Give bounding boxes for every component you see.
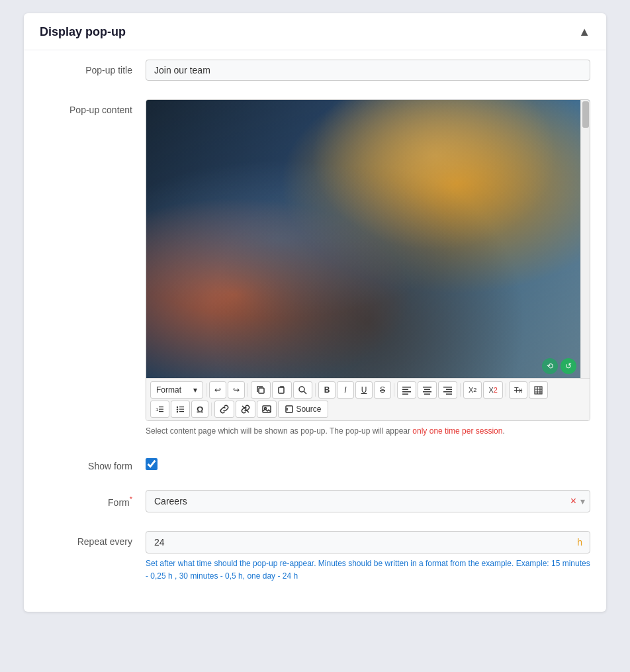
toolbar-row-2: 1. [150, 401, 586, 418]
select-clear-icon[interactable]: × [570, 496, 576, 506]
svg-rect-29 [179, 408, 184, 409]
svg-point-2 [299, 387, 304, 392]
svg-point-25 [177, 406, 178, 407]
svg-rect-7 [402, 393, 408, 395]
resize-icon-2[interactable]: ↺ [561, 358, 576, 374]
toolbar-sep-3 [315, 383, 316, 397]
unlink-button[interactable] [236, 401, 255, 418]
toolbar-sep-4 [394, 383, 394, 397]
hint-highlight: only one time per session [412, 426, 502, 436]
source-button[interactable]: Source [278, 401, 328, 418]
form-field-label: Form* [40, 490, 146, 508]
unordered-list-button[interactable] [171, 401, 190, 418]
popup-title-input-wrap [146, 60, 590, 81]
editor-scrollbar[interactable] [580, 100, 590, 378]
display-popup-card: Display pop-up ▲ Pop-up title Pop-up con… [24, 13, 606, 612]
strikethrough-button[interactable]: S [374, 381, 391, 399]
italic-button[interactable]: I [337, 381, 354, 399]
repeat-every-label: Repeat every [40, 531, 146, 547]
link-button[interactable] [214, 401, 234, 418]
svg-rect-16 [535, 387, 542, 394]
format-dropdown[interactable]: Format ▾ [150, 381, 203, 399]
svg-rect-13 [446, 389, 452, 390]
svg-rect-12 [443, 387, 452, 388]
underline-button[interactable]: U [355, 381, 373, 399]
svg-rect-10 [423, 391, 431, 393]
form-select[interactable]: Careers [146, 490, 590, 512]
align-center-button[interactable] [418, 381, 437, 399]
svg-rect-30 [179, 411, 184, 412]
toolbar-sep-7 [211, 403, 212, 416]
svg-rect-1 [279, 387, 284, 393]
toolbar-row-1: Format ▾ ↩ ↪ [150, 381, 586, 399]
popup-content-editor-wrap: ⟲ ↺ Format ▾ ↩ ↪ [146, 99, 590, 437]
svg-point-26 [177, 408, 178, 410]
svg-rect-28 [179, 407, 184, 407]
svg-rect-15 [446, 393, 452, 395]
editor-content[interactable]: ⟲ ↺ [146, 100, 590, 378]
repeat-suffix: h [577, 537, 582, 548]
subscript-button[interactable]: X2 [463, 381, 482, 399]
svg-rect-24 [159, 411, 163, 412]
select-arrow-icon[interactable]: ▾ [580, 496, 585, 506]
form-field-row: Form* Careers × ▾ [24, 481, 606, 522]
collapse-icon[interactable]: ▲ [578, 25, 590, 39]
redo-button[interactable]: ↪ [228, 381, 245, 399]
show-form-checkbox-wrap [146, 456, 590, 470]
editor-toolbar: Format ▾ ↩ ↪ [146, 378, 590, 420]
popup-content-label: Pop-up content [40, 99, 146, 115]
bold-button[interactable]: B [318, 381, 336, 399]
repeat-every-input[interactable] [146, 531, 590, 553]
svg-rect-14 [443, 391, 452, 393]
toolbar-sep-5 [460, 383, 461, 397]
copy-button[interactable] [251, 381, 271, 399]
show-form-label: Show form [40, 456, 146, 471]
align-right-button[interactable] [438, 381, 457, 399]
show-form-row: Show form [24, 446, 606, 481]
search-button[interactable] [293, 381, 312, 399]
image-button[interactable] [257, 401, 277, 418]
svg-rect-9 [424, 389, 430, 390]
form-field-select-wrap: Careers × ▾ [146, 490, 590, 512]
select-icons: × ▾ [570, 496, 585, 506]
svg-rect-23 [159, 408, 163, 409]
repeat-every-input-wrap: h Set after what time should the pop-up … [146, 531, 590, 583]
popup-hint: Select content page which will be shown … [146, 425, 590, 437]
rich-text-editor: ⟲ ↺ Format ▾ ↩ ↪ [146, 99, 590, 421]
svg-rect-0 [259, 388, 264, 393]
svg-rect-8 [423, 387, 431, 388]
svg-rect-11 [424, 393, 430, 395]
repeat-hint: Set after what time should the pop-up re… [146, 557, 590, 583]
toolbar-sep-2 [248, 383, 248, 397]
superscript-button[interactable]: X2 [483, 381, 502, 399]
align-left-button[interactable] [397, 381, 416, 399]
repeat-container: h [146, 531, 590, 553]
svg-rect-4 [402, 387, 411, 388]
svg-rect-6 [402, 391, 411, 393]
editor-resize-icons: ⟲ ↺ [542, 358, 576, 374]
card-header: Display pop-up ▲ [24, 13, 606, 50]
svg-line-3 [304, 391, 306, 394]
special-char-button[interactable]: Ω [191, 401, 208, 418]
table-button[interactable] [529, 381, 548, 399]
toolbar-sep-1 [206, 383, 206, 397]
paste-button[interactable] [272, 381, 292, 399]
scrollbar-thumb [582, 101, 589, 128]
undo-button[interactable]: ↩ [209, 381, 226, 399]
editor-image [146, 100, 590, 378]
clear-format-button[interactable]: Tx [509, 381, 527, 399]
repeat-every-row: Repeat every h Set after what time shoul… [24, 522, 606, 592]
show-form-checkbox[interactable] [146, 458, 158, 470]
svg-point-27 [177, 410, 178, 412]
svg-rect-5 [402, 389, 408, 390]
toolbar-sep-6 [506, 383, 506, 397]
ordered-list-button[interactable]: 1. [150, 401, 169, 418]
resize-icon-1[interactable]: ⟲ [542, 358, 558, 374]
svg-rect-22 [159, 407, 163, 407]
card-title: Display pop-up [40, 25, 126, 39]
popup-title-row: Pop-up title [24, 50, 606, 90]
required-marker: * [130, 495, 132, 503]
popup-title-input[interactable] [146, 60, 590, 81]
popup-title-label: Pop-up title [40, 60, 146, 75]
popup-content-row: Pop-up content ⟲ ↺ [24, 90, 606, 446]
